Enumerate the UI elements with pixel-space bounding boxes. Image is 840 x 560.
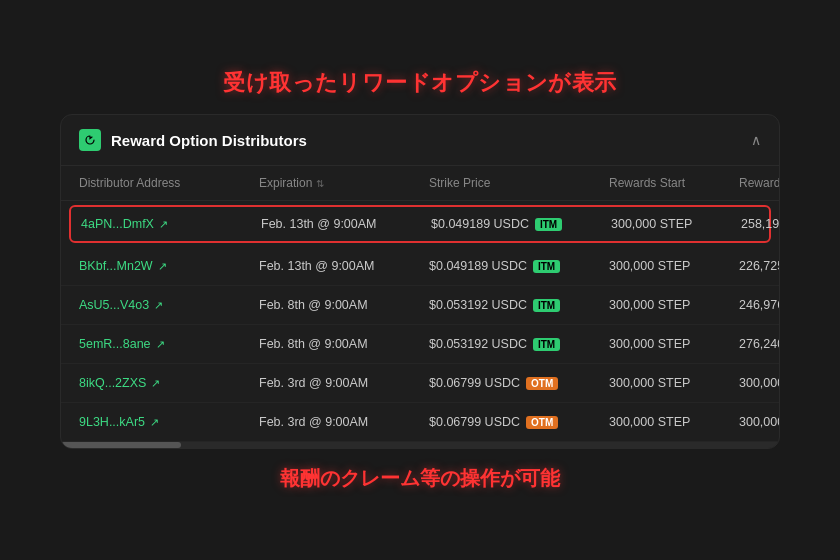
card-title: Reward Option Distributors: [111, 132, 307, 149]
th-rewards-remaining: Rewards Remaining: [739, 176, 780, 190]
cell-rewards-remaining: 226,725.659342543 STEP: [739, 259, 780, 273]
cell-address[interactable]: AsU5...V4o3 ↗: [79, 298, 259, 312]
table-row[interactable]: 8ikQ...2ZXS ↗ Feb. 3rd @ 9:00AM $0.06799…: [61, 364, 779, 403]
external-link-icon: ↗: [151, 377, 160, 390]
cell-expiration: Feb. 3rd @ 9:00AM: [259, 415, 429, 429]
cell-strike: $0.049189 USDC ITM: [429, 259, 609, 273]
badge-otm: OTM: [526, 377, 558, 390]
cell-strike: $0.06799 USDC OTM: [429, 376, 609, 390]
svg-rect-0: [83, 133, 97, 147]
external-link-icon: ↗: [156, 338, 165, 351]
cell-expiration: Feb. 8th @ 9:00AM: [259, 337, 429, 351]
cell-rewards-remaining: 276,240.279546617 STEP: [739, 337, 780, 351]
cell-strike: $0.049189 USDC ITM: [431, 217, 611, 231]
chevron-icon[interactable]: ∧: [751, 132, 761, 148]
badge-otm: OTM: [526, 416, 558, 429]
cell-strike: $0.06799 USDC OTM: [429, 415, 609, 429]
cell-rewards-start: 300,000 STEP: [609, 415, 739, 429]
card-icon: [79, 129, 101, 151]
external-link-icon: ↗: [159, 218, 168, 231]
cell-rewards-remaining: 246,976.913109924 STEP: [739, 298, 780, 312]
cell-address[interactable]: 9L3H...kAr5 ↗: [79, 415, 259, 429]
cell-strike: $0.053192 USDC ITM: [429, 337, 609, 351]
cell-address[interactable]: 4aPN...DmfX ↗: [81, 217, 261, 231]
table-row[interactable]: 5emR...8ane ↗ Feb. 8th @ 9:00AM $0.05319…: [61, 325, 779, 364]
table-container: Distributor Address Expiration ⇅ Strike …: [61, 166, 779, 448]
table-header: Distributor Address Expiration ⇅ Strike …: [61, 166, 779, 201]
cell-rewards-remaining: 300,000 STEP: [739, 376, 780, 390]
cell-rewards-start: 300,000 STEP: [609, 259, 739, 273]
table-row[interactable]: AsU5...V4o3 ↗ Feb. 8th @ 9:00AM $0.05319…: [61, 286, 779, 325]
badge-itm: ITM: [533, 338, 560, 351]
external-link-icon: ↗: [154, 299, 163, 312]
cell-expiration: Feb. 3rd @ 9:00AM: [259, 376, 429, 390]
card: Reward Option Distributors ∧ Distributor…: [60, 114, 780, 449]
cell-rewards-start: 300,000 STEP: [609, 376, 739, 390]
cell-rewards-remaining: 300,000 STEP: [739, 415, 780, 429]
cell-expiration: Feb. 13th @ 9:00AM: [261, 217, 431, 231]
sort-icon: ⇅: [316, 178, 324, 189]
cell-address[interactable]: 8ikQ...2ZXS ↗: [79, 376, 259, 390]
cell-address[interactable]: 5emR...8ane ↗: [79, 337, 259, 351]
cell-address[interactable]: BKbf...Mn2W ↗: [79, 259, 259, 273]
table-row[interactable]: 4aPN...DmfX ↗ Feb. 13th @ 9:00AM $0.0491…: [69, 205, 771, 243]
th-address: Distributor Address: [79, 176, 259, 190]
badge-itm: ITM: [533, 299, 560, 312]
badge-itm: ITM: [533, 260, 560, 273]
th-strike: Strike Price: [429, 176, 609, 190]
external-link-icon: ↗: [150, 416, 159, 429]
cell-rewards-remaining: 258,192.06442188 STEP: [741, 217, 780, 231]
external-link-icon: ↗: [158, 260, 167, 273]
th-expiration[interactable]: Expiration ⇅: [259, 176, 429, 190]
badge-itm: ITM: [535, 218, 562, 231]
top-annotation: 受け取ったリワードオプションが表示: [223, 68, 616, 98]
card-header: Reward Option Distributors ∧: [61, 115, 779, 166]
cell-expiration: Feb. 13th @ 9:00AM: [259, 259, 429, 273]
th-rewards-start: Rewards Start: [609, 176, 739, 190]
cell-expiration: Feb. 8th @ 9:00AM: [259, 298, 429, 312]
table-row[interactable]: BKbf...Mn2W ↗ Feb. 13th @ 9:00AM $0.0491…: [61, 247, 779, 286]
cell-strike: $0.053192 USDC ITM: [429, 298, 609, 312]
bottom-annotation: 報酬のクレーム等の操作が可能: [280, 465, 560, 492]
cell-rewards-start: 300,000 STEP: [609, 337, 739, 351]
scrollbar[interactable]: [61, 442, 779, 448]
cell-rewards-start: 300,000 STEP: [611, 217, 741, 231]
cell-rewards-start: 300,000 STEP: [609, 298, 739, 312]
table-row[interactable]: 9L3H...kAr5 ↗ Feb. 3rd @ 9:00AM $0.06799…: [61, 403, 779, 442]
scrollbar-thumb[interactable]: [61, 442, 181, 448]
